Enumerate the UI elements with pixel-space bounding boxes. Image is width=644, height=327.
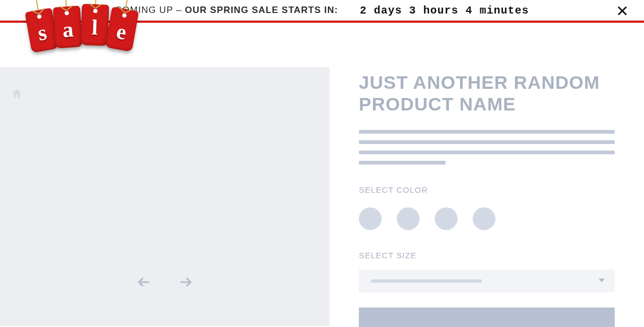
close-announcement-button[interactable] — [615, 3, 630, 18]
add-to-cart-button[interactable] — [359, 308, 615, 327]
arrow-left-icon — [137, 275, 151, 289]
announcement-text: COMING UP – OUR SPRING SALE STARTS IN: — [115, 5, 338, 16]
countdown-timer: 2 days 3 hours 4 minutes — [360, 4, 529, 17]
color-swatch[interactable] — [359, 207, 382, 230]
placeholder-line — [371, 279, 482, 283]
size-select-dropdown[interactable] — [359, 270, 615, 292]
chevron-down-icon — [598, 276, 605, 286]
color-swatch[interactable] — [473, 207, 495, 230]
color-swatch[interactable] — [435, 207, 458, 230]
home-icon — [11, 88, 23, 100]
announcement-prefix: COMING UP – — [115, 5, 185, 15]
product-gallery — [0, 67, 330, 326]
placeholder-line — [359, 130, 615, 134]
announcement-headline: OUR SPRING SALE STARTS IN: — [185, 5, 338, 15]
close-icon — [616, 5, 628, 17]
color-swatch[interactable] — [397, 207, 420, 230]
color-field-label: SELECT COLOR — [359, 185, 615, 194]
placeholder-line — [359, 161, 446, 165]
placeholder-line — [359, 151, 615, 154]
home-breadcrumb-link[interactable] — [11, 88, 23, 100]
product-description-placeholder — [359, 130, 615, 165]
product-details: JUST ANOTHER RANDOM PRODUCT NAME SELECT … — [330, 67, 644, 327]
arrow-right-icon — [179, 275, 193, 289]
gallery-next-button[interactable] — [179, 275, 193, 289]
size-field-label: SELECT SIZE — [359, 251, 615, 260]
announcement-bar: COMING UP – OUR SPRING SALE STARTS IN: 2… — [0, 0, 644, 23]
product-title: JUST ANOTHER RANDOM PRODUCT NAME — [359, 71, 615, 115]
gallery-prev-button[interactable] — [137, 275, 151, 289]
color-swatch-group — [359, 207, 615, 230]
placeholder-line — [359, 140, 615, 144]
